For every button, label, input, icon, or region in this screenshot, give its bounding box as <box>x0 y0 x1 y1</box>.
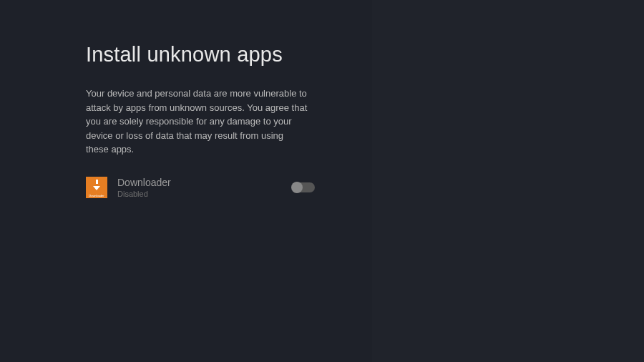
toggle-knob <box>291 182 303 193</box>
app-row-downloader[interactable]: Downloader Downloader Disabled <box>86 177 315 198</box>
page-description: Your device and personal data are more v… <box>86 87 308 157</box>
app-status: Disabled <box>117 190 292 198</box>
app-toggle-switch[interactable] <box>292 182 315 192</box>
page-title: Install unknown apps <box>86 43 308 67</box>
app-info: Downloader Disabled <box>117 177 292 198</box>
downloader-app-icon: Downloader <box>86 177 107 198</box>
settings-content: Install unknown apps Your device and per… <box>0 0 308 198</box>
right-panel <box>372 0 644 362</box>
app-name: Downloader <box>117 177 292 188</box>
